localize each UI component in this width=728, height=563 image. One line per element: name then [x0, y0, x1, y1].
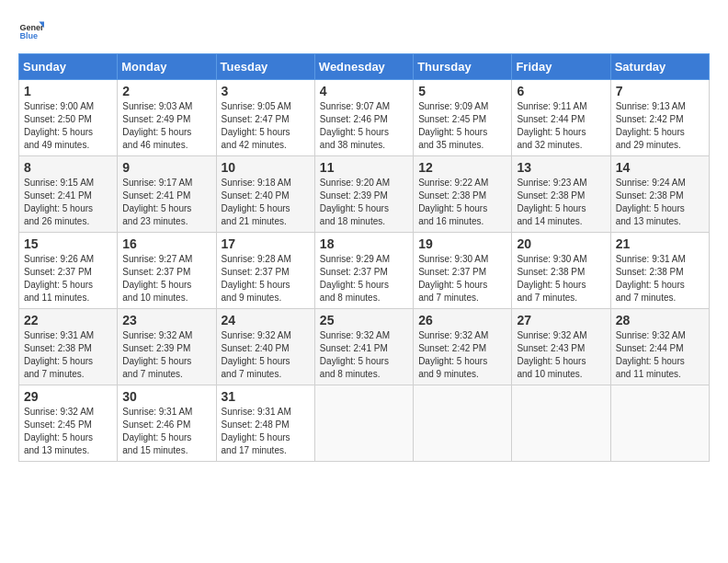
calendar-cell — [314, 385, 413, 462]
cell-content: Sunrise: 9:27 AMSunset: 2:37 PMDaylight:… — [122, 254, 192, 303]
calendar-cell: 7 Sunrise: 9:13 AMSunset: 2:42 PMDayligh… — [610, 80, 709, 156]
header-monday: Monday — [118, 54, 216, 80]
calendar-table: SundayMondayTuesdayWednesdayThursdayFrid… — [18, 53, 710, 462]
day-number: 20 — [517, 236, 605, 251]
cell-content: Sunrise: 9:22 AMSunset: 2:38 PMDaylight:… — [418, 178, 488, 226]
cell-content: Sunrise: 9:29 AMSunset: 2:37 PMDaylight:… — [320, 254, 390, 303]
svg-text:Blue: Blue — [19, 31, 38, 40]
day-number: 26 — [418, 313, 506, 327]
day-number: 11 — [320, 160, 408, 175]
cell-content: Sunrise: 9:32 AMSunset: 2:40 PMDaylight:… — [222, 330, 291, 379]
cell-content: Sunrise: 9:09 AMSunset: 2:45 PMDaylight:… — [418, 101, 488, 150]
calendar-week-2: 8 Sunrise: 9:15 AMSunset: 2:41 PMDayligh… — [19, 156, 710, 233]
calendar-cell: 16 Sunrise: 9:27 AMSunset: 2:37 PMDaylig… — [118, 233, 216, 309]
day-number: 31 — [222, 389, 310, 404]
header-thursday: Thursday — [414, 54, 512, 80]
calendar-cell: 2 Sunrise: 9:03 AMSunset: 2:49 PMDayligh… — [118, 80, 216, 156]
cell-content: Sunrise: 9:31 AMSunset: 2:38 PMDaylight:… — [616, 254, 686, 303]
calendar-cell: 4 Sunrise: 9:07 AMSunset: 2:46 PMDayligh… — [314, 80, 413, 156]
calendar-cell — [414, 385, 512, 462]
calendar-cell: 22 Sunrise: 9:31 AMSunset: 2:38 PMDaylig… — [19, 309, 118, 385]
cell-content: Sunrise: 9:31 AMSunset: 2:46 PMDaylight:… — [122, 407, 192, 455]
calendar-cell: 17 Sunrise: 9:28 AMSunset: 2:37 PMDaylig… — [216, 233, 314, 309]
day-number: 30 — [122, 389, 210, 404]
cell-content: Sunrise: 9:32 AMSunset: 2:43 PMDaylight:… — [517, 330, 586, 379]
day-number: 15 — [24, 236, 112, 251]
day-number: 4 — [320, 84, 408, 98]
day-number: 10 — [222, 160, 310, 175]
day-number: 21 — [616, 236, 704, 251]
calendar-cell: 21 Sunrise: 9:31 AMSunset: 2:38 PMDaylig… — [610, 233, 709, 309]
cell-content: Sunrise: 9:32 AMSunset: 2:41 PMDaylight:… — [320, 330, 390, 379]
svg-text:General: General — [19, 23, 44, 32]
calendar-week-5: 29 Sunrise: 9:32 AMSunset: 2:45 PMDaylig… — [19, 385, 710, 462]
calendar-cell: 27 Sunrise: 9:32 AMSunset: 2:43 PMDaylig… — [512, 309, 610, 385]
cell-content: Sunrise: 9:05 AMSunset: 2:47 PMDaylight:… — [222, 101, 291, 150]
calendar-cell: 1 Sunrise: 9:00 AMSunset: 2:50 PMDayligh… — [19, 80, 118, 156]
day-number: 6 — [517, 84, 605, 98]
calendar-cell: 26 Sunrise: 9:32 AMSunset: 2:42 PMDaylig… — [414, 309, 512, 385]
day-number: 1 — [24, 84, 112, 98]
cell-content: Sunrise: 9:23 AMSunset: 2:38 PMDaylight:… — [517, 178, 586, 226]
cell-content: Sunrise: 9:17 AMSunset: 2:41 PMDaylight:… — [122, 178, 192, 226]
calendar-cell: 15 Sunrise: 9:26 AMSunset: 2:37 PMDaylig… — [19, 233, 118, 309]
calendar-cell: 13 Sunrise: 9:23 AMSunset: 2:38 PMDaylig… — [512, 156, 610, 233]
calendar-cell: 20 Sunrise: 9:30 AMSunset: 2:38 PMDaylig… — [512, 233, 610, 309]
cell-content: Sunrise: 9:32 AMSunset: 2:44 PMDaylight:… — [616, 330, 686, 379]
logo: General Blue — [18, 18, 44, 44]
cell-content: Sunrise: 9:30 AMSunset: 2:37 PMDaylight:… — [418, 254, 488, 303]
cell-content: Sunrise: 9:03 AMSunset: 2:49 PMDaylight:… — [122, 101, 192, 150]
day-number: 16 — [122, 236, 210, 251]
cell-content: Sunrise: 9:28 AMSunset: 2:37 PMDaylight:… — [222, 254, 291, 303]
cell-content: Sunrise: 9:07 AMSunset: 2:46 PMDaylight:… — [320, 101, 390, 150]
header-friday: Friday — [512, 54, 610, 80]
day-number: 29 — [24, 389, 112, 404]
calendar-week-4: 22 Sunrise: 9:31 AMSunset: 2:38 PMDaylig… — [19, 309, 710, 385]
day-number: 12 — [418, 160, 506, 175]
calendar-cell: 24 Sunrise: 9:32 AMSunset: 2:40 PMDaylig… — [216, 309, 314, 385]
calendar-cell: 8 Sunrise: 9:15 AMSunset: 2:41 PMDayligh… — [19, 156, 118, 233]
cell-content: Sunrise: 9:26 AMSunset: 2:37 PMDaylight:… — [24, 254, 94, 303]
calendar-cell: 28 Sunrise: 9:32 AMSunset: 2:44 PMDaylig… — [610, 309, 709, 385]
day-number: 3 — [222, 84, 310, 98]
day-number: 7 — [616, 84, 704, 98]
calendar-cell — [512, 385, 610, 462]
calendar-cell: 10 Sunrise: 9:18 AMSunset: 2:40 PMDaylig… — [216, 156, 314, 233]
cell-content: Sunrise: 9:32 AMSunset: 2:39 PMDaylight:… — [122, 330, 192, 379]
day-number: 17 — [222, 236, 310, 251]
cell-content: Sunrise: 9:11 AMSunset: 2:44 PMDaylight:… — [517, 101, 586, 150]
cell-content: Sunrise: 9:13 AMSunset: 2:42 PMDaylight:… — [616, 101, 686, 150]
day-number: 22 — [24, 313, 112, 327]
header-sunday: Sunday — [19, 54, 118, 80]
calendar-cell: 5 Sunrise: 9:09 AMSunset: 2:45 PMDayligh… — [414, 80, 512, 156]
day-number: 28 — [616, 313, 704, 327]
cell-content: Sunrise: 9:24 AMSunset: 2:38 PMDaylight:… — [616, 178, 686, 226]
calendar-cell: 25 Sunrise: 9:32 AMSunset: 2:41 PMDaylig… — [314, 309, 413, 385]
calendar-cell: 29 Sunrise: 9:32 AMSunset: 2:45 PMDaylig… — [19, 385, 118, 462]
calendar-cell: 19 Sunrise: 9:30 AMSunset: 2:37 PMDaylig… — [414, 233, 512, 309]
calendar-week-1: 1 Sunrise: 9:00 AMSunset: 2:50 PMDayligh… — [19, 80, 710, 156]
cell-content: Sunrise: 9:00 AMSunset: 2:50 PMDaylight:… — [24, 101, 94, 150]
logo-icon: General Blue — [18, 18, 44, 44]
calendar-cell: 14 Sunrise: 9:24 AMSunset: 2:38 PMDaylig… — [610, 156, 709, 233]
cell-content: Sunrise: 9:18 AMSunset: 2:40 PMDaylight:… — [222, 178, 291, 226]
header-saturday: Saturday — [610, 54, 709, 80]
day-number: 18 — [320, 236, 408, 251]
cell-content: Sunrise: 9:32 AMSunset: 2:42 PMDaylight:… — [418, 330, 488, 379]
calendar-cell: 3 Sunrise: 9:05 AMSunset: 2:47 PMDayligh… — [216, 80, 314, 156]
day-number: 19 — [418, 236, 506, 251]
calendar-cell: 30 Sunrise: 9:31 AMSunset: 2:46 PMDaylig… — [118, 385, 216, 462]
day-number: 9 — [122, 160, 210, 175]
day-number: 13 — [517, 160, 605, 175]
cell-content: Sunrise: 9:15 AMSunset: 2:41 PMDaylight:… — [24, 178, 94, 226]
day-number: 8 — [24, 160, 112, 175]
day-number: 27 — [517, 313, 605, 327]
calendar-cell: 6 Sunrise: 9:11 AMSunset: 2:44 PMDayligh… — [512, 80, 610, 156]
calendar-week-3: 15 Sunrise: 9:26 AMSunset: 2:37 PMDaylig… — [19, 233, 710, 309]
calendar-cell: 31 Sunrise: 9:31 AMSunset: 2:48 PMDaylig… — [216, 385, 314, 462]
day-number: 14 — [616, 160, 704, 175]
day-number: 23 — [122, 313, 210, 327]
header-tuesday: Tuesday — [216, 54, 314, 80]
cell-content: Sunrise: 9:31 AMSunset: 2:48 PMDaylight:… — [222, 407, 291, 455]
calendar-cell: 12 Sunrise: 9:22 AMSunset: 2:38 PMDaylig… — [414, 156, 512, 233]
